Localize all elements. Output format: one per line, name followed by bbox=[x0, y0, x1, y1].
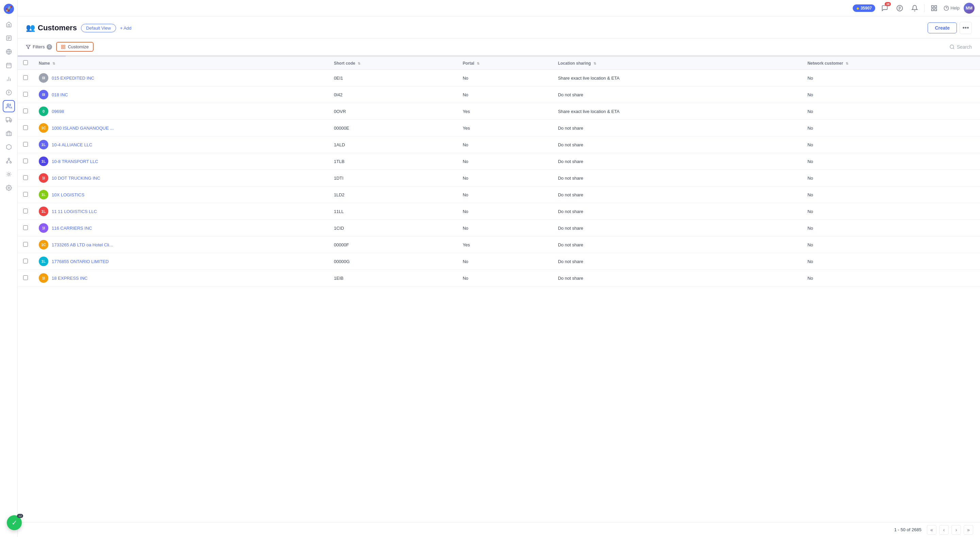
location-sharing-cell-6: Do not share bbox=[553, 170, 802, 186]
location-sharing-cell-5: Do not share bbox=[553, 153, 802, 170]
search-label[interactable]: Search bbox=[957, 44, 972, 50]
sidebar-item-home[interactable] bbox=[3, 18, 15, 30]
customize-button[interactable]: Customize bbox=[56, 42, 93, 52]
create-button[interactable]: Create bbox=[928, 22, 957, 33]
sidebar-item-settings[interactable] bbox=[3, 182, 15, 194]
table-row: 1C1733265 AB LTD oa Hotel Cli...00000FYe… bbox=[18, 236, 980, 253]
portal-cell-10: Yes bbox=[457, 236, 553, 253]
customer-name-7[interactable]: 10X LOGISTICS bbox=[52, 192, 84, 198]
customer-name-1[interactable]: 018 INC bbox=[52, 92, 68, 97]
customer-name-12[interactable]: 18 EXPRESS INC bbox=[52, 276, 88, 281]
row-checkbox-6[interactable] bbox=[23, 175, 28, 180]
location-sharing-cell-1: Do not share bbox=[553, 86, 802, 103]
row-checkbox-11[interactable] bbox=[23, 259, 28, 263]
sidebar-item-calendar[interactable] bbox=[3, 59, 15, 72]
chat-icon-wrap[interactable] bbox=[894, 3, 905, 14]
customers-table: Name ⇅ Short code ⇅ Portal ⇅ Location sh… bbox=[18, 57, 980, 287]
row-checkbox-10[interactable] bbox=[23, 242, 28, 247]
first-page-button[interactable]: « bbox=[927, 525, 937, 535]
sidebar-item-finance[interactable] bbox=[3, 86, 15, 99]
short-code-column-header[interactable]: Short code ⇅ bbox=[328, 57, 457, 70]
customer-name-2[interactable]: 09698 bbox=[52, 109, 64, 114]
prev-page-button[interactable]: ‹ bbox=[939, 525, 949, 535]
short-code-cell-10: 00000F bbox=[328, 236, 457, 253]
page-title: 👥 Customers bbox=[26, 24, 77, 32]
row-checkbox-5[interactable] bbox=[23, 159, 28, 163]
row-checkbox-9[interactable] bbox=[23, 225, 28, 230]
location-sharing-cell-3: Do not share bbox=[553, 120, 802, 137]
add-button[interactable]: + Add bbox=[120, 25, 132, 30]
row-checkbox-3[interactable] bbox=[23, 125, 28, 130]
customer-name-10[interactable]: 1733265 AB LTD oa Hotel Cli... bbox=[52, 242, 113, 247]
filter-button[interactable]: Filters 0 bbox=[26, 44, 52, 50]
search-area[interactable]: Search bbox=[950, 44, 972, 50]
row-checkbox-12[interactable] bbox=[23, 275, 28, 280]
default-view-button[interactable]: Default View bbox=[81, 24, 116, 32]
sidebar-item-integrations[interactable] bbox=[3, 155, 15, 167]
network-customer-cell-3: No bbox=[802, 120, 980, 137]
portal-column-header[interactable]: Portal ⇅ bbox=[457, 57, 553, 70]
sidebar-item-reports[interactable] bbox=[3, 73, 15, 85]
grid-icon-wrap[interactable] bbox=[929, 3, 940, 14]
customer-avatar-7: 1L bbox=[39, 190, 48, 199]
last-page-button[interactable]: » bbox=[964, 525, 973, 535]
table-row: 1L10-4 ALLIANCE LLC1ALDNoDo not shareNo bbox=[18, 137, 980, 153]
customer-avatar-11: 1L bbox=[39, 257, 48, 266]
svg-rect-34 bbox=[932, 8, 934, 11]
network-customer-column-header[interactable]: Network customer ⇅ bbox=[802, 57, 980, 70]
sidebar-item-customers[interactable] bbox=[3, 100, 15, 112]
svg-rect-33 bbox=[935, 8, 937, 11]
customer-name-5[interactable]: 10-8 TRANSPORT LLC bbox=[52, 159, 98, 164]
next-page-button[interactable]: › bbox=[951, 525, 961, 535]
row-checkbox-1[interactable] bbox=[23, 92, 28, 97]
name-column-header[interactable]: Name ⇅ bbox=[33, 57, 328, 70]
customer-name-11[interactable]: 1776855 ONTARIO LIMITED bbox=[52, 259, 108, 264]
help-button[interactable]: Help bbox=[943, 5, 959, 11]
sidebar-item-network[interactable] bbox=[3, 168, 15, 180]
table-row: 0096980OVRYesShare exact live location &… bbox=[18, 103, 980, 120]
points-badge[interactable]: ● 35907 bbox=[853, 5, 875, 12]
customer-name-9[interactable]: 116 CARRIERS INC bbox=[52, 226, 92, 231]
select-all-checkbox[interactable] bbox=[23, 60, 28, 65]
customer-name-3[interactable]: 1000 ISLAND GANANOQUE ... bbox=[52, 126, 114, 131]
row-checkbox-8[interactable] bbox=[23, 209, 28, 214]
sidebar-item-inventory[interactable] bbox=[3, 141, 15, 153]
svg-rect-18 bbox=[6, 117, 10, 121]
table-header-row: Name ⇅ Short code ⇅ Portal ⇅ Location sh… bbox=[18, 57, 980, 70]
portal-cell-9: No bbox=[457, 220, 553, 236]
customer-avatar-9: 1I bbox=[39, 223, 48, 233]
portal-cell-5: No bbox=[457, 153, 553, 170]
location-sharing-cell-0: Share exact live location & ETA bbox=[553, 70, 802, 86]
sidebar-item-documents[interactable] bbox=[3, 32, 15, 44]
short-code-cell-9: 1CID bbox=[328, 220, 457, 236]
row-checkbox-4[interactable] bbox=[23, 142, 28, 147]
short-code-cell-8: 11LL bbox=[328, 203, 457, 220]
row-checkbox-7[interactable] bbox=[23, 192, 28, 197]
user-avatar[interactable]: MM bbox=[964, 3, 975, 14]
short-code-cell-11: 00000G bbox=[328, 253, 457, 270]
row-checkbox-0[interactable] bbox=[23, 75, 28, 80]
customer-name-4[interactable]: 10-4 ALLIANCE LLC bbox=[52, 142, 92, 147]
more-options-button[interactable]: ••• bbox=[959, 22, 972, 34]
messages-icon-wrap[interactable]: 38 bbox=[879, 3, 890, 14]
svg-rect-41 bbox=[62, 47, 63, 49]
filter-count: 0 bbox=[47, 44, 52, 50]
short-code-cell-7: 1LD2 bbox=[328, 186, 457, 203]
customer-name-0[interactable]: 015 EXPEDITED INC bbox=[52, 76, 94, 81]
sidebar-item-orders[interactable] bbox=[3, 114, 15, 126]
bell-icon-wrap[interactable] bbox=[909, 3, 920, 14]
short-code-cell-4: 1ALD bbox=[328, 137, 457, 153]
svg-point-17 bbox=[7, 104, 9, 106]
sidebar-item-globe[interactable] bbox=[3, 46, 15, 58]
customer-name-6[interactable]: 10 DOT TRUCKING INC bbox=[52, 175, 100, 181]
svg-marker-19 bbox=[10, 119, 11, 121]
customer-avatar-0: 0I bbox=[39, 73, 48, 83]
sidebar-item-dispatch[interactable] bbox=[3, 127, 15, 140]
svg-point-42 bbox=[950, 45, 954, 49]
row-checkbox-2[interactable] bbox=[23, 108, 28, 113]
location-sharing-column-header[interactable]: Location sharing ⇅ bbox=[553, 57, 802, 70]
customer-name-8[interactable]: 11 11 LOGISTICS LLC bbox=[52, 209, 97, 214]
app-logo[interactable]: 🚀 bbox=[3, 3, 14, 14]
svg-rect-32 bbox=[935, 5, 937, 8]
table-row: 1L10-8 TRANSPORT LLC1TLBNoDo not shareNo bbox=[18, 153, 980, 170]
